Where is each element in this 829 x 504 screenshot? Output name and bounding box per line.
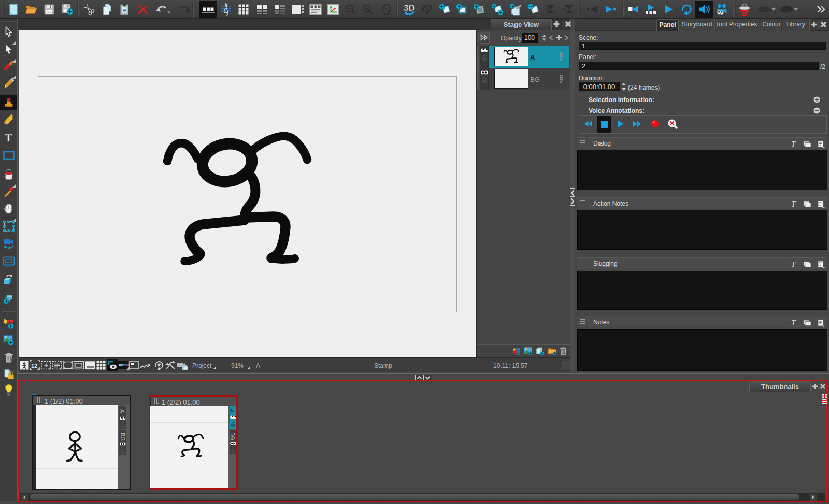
- svg-text:T: T: [791, 319, 796, 327]
- svg-text:T: T: [791, 260, 796, 268]
- svg-text:T: T: [791, 140, 796, 148]
- svg-text:3D: 3D: [404, 3, 415, 13]
- svg-text:T: T: [5, 132, 12, 143]
- svg-text:T: T: [791, 200, 796, 208]
- svg-text:12: 12: [31, 362, 37, 368]
- svg-text:2D: 2D: [421, 3, 432, 13]
